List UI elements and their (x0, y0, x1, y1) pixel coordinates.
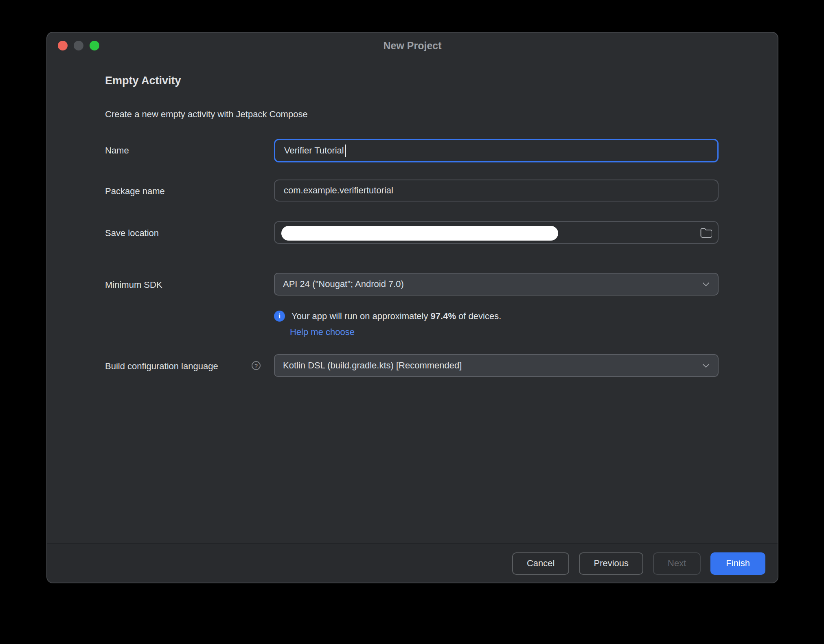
page-subtitle: Create a new empty activity with Jetpack… (105, 109, 308, 120)
package-name-input[interactable]: com.example.verifiertutorial (274, 180, 719, 202)
new-project-dialog: New Project Empty Activity Create a new … (46, 32, 778, 583)
build-config-value: Kotlin DSL (build.gradle.kts) [Recommend… (283, 360, 462, 371)
finish-button[interactable]: Finish (710, 552, 765, 575)
build-config-label: Build configuration language (105, 361, 218, 372)
name-label: Name (105, 145, 129, 156)
dialog-footer: Cancel Previous Next Finish (47, 543, 778, 583)
next-button: Next (653, 552, 701, 575)
minimum-sdk-label: Minimum SDK (105, 280, 162, 290)
sdk-info-text: i Your app will run on approximately 97.… (274, 311, 501, 322)
minimum-sdk-value: API 24 ("Nougat"; Android 7.0) (283, 279, 404, 289)
save-location-label: Save location (105, 228, 159, 239)
name-input[interactable]: Verifier Tutorial (274, 139, 719, 162)
info-icon: i (274, 311, 285, 322)
window-title: New Project (47, 40, 778, 52)
package-name-label: Package name (105, 186, 165, 197)
build-config-select[interactable]: Kotlin DSL (build.gradle.kts) [Recommend… (274, 354, 719, 377)
redacted-path-overlay (281, 226, 558, 241)
package-name-value: com.example.verifiertutorial (284, 185, 393, 196)
chevron-down-icon (702, 282, 710, 287)
folder-icon (700, 227, 712, 238)
titlebar: New Project (47, 33, 778, 59)
cancel-button[interactable]: Cancel (512, 552, 569, 575)
browse-folder-button[interactable] (700, 222, 712, 243)
coverage-percent: 97.4% (431, 311, 456, 321)
device-coverage-text: Your app will run on approximately 97.4%… (291, 311, 501, 322)
help-circle-icon[interactable]: ? (252, 361, 261, 370)
name-value: Verifier Tutorial (284, 145, 344, 156)
chevron-down-icon (702, 364, 710, 368)
text-cursor (345, 145, 346, 157)
help-me-choose-link[interactable]: Help me choose (290, 327, 355, 337)
previous-button[interactable]: Previous (579, 552, 643, 575)
save-location-input[interactable] (274, 221, 719, 244)
page-title: Empty Activity (105, 74, 181, 87)
minimum-sdk-select[interactable]: API 24 ("Nougat"; Android 7.0) (274, 273, 719, 296)
